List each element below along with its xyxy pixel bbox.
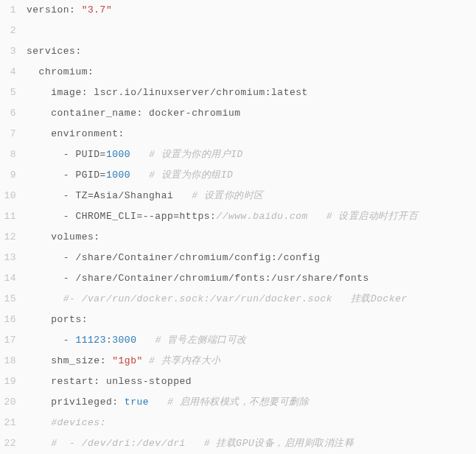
token-plain: - CHROME_CLI=--app=https: <box>27 211 216 222</box>
code-content: chromium: <box>27 62 476 83</box>
token-num: 11123 <box>75 335 106 346</box>
code-line: 6 container_name: docker-chromium <box>0 103 476 124</box>
code-editor: 1version: "3.7"23services:4 chromium:5 i… <box>0 0 476 454</box>
code-content: shm_size: "1gb" # 共享内存大小 <box>27 351 476 371</box>
code-content: - CHROME_CLI=--app=https://www.baidu.com… <box>27 206 476 227</box>
code-line: 11 - CHROME_CLI=--app=https://www.baidu.… <box>0 206 476 227</box>
line-number: 9 <box>0 165 27 186</box>
code-line: 2 <box>0 21 476 41</box>
code-content: restart: unless-stopped <box>27 371 476 392</box>
code-line: 17 - 11123:3000 # 冒号左侧端口可改 <box>0 330 476 351</box>
line-number: 14 <box>0 268 27 289</box>
token-plain: : <box>106 335 112 346</box>
token-plain <box>27 438 51 449</box>
code-content <box>27 21 476 41</box>
code-content: volumes: <box>27 227 476 248</box>
token-plain <box>27 397 51 408</box>
code-content: - 11123:3000 # 冒号左侧端口可改 <box>27 330 476 351</box>
line-number: 11 <box>0 206 27 227</box>
code-line: 19 restart: unless-stopped <box>0 371 476 392</box>
token-plain <box>27 314 51 325</box>
code-line: 18 shm_size: "1gb" # 共享内存大小 <box>0 351 476 371</box>
token-plain <box>27 66 39 77</box>
line-number: 7 <box>0 124 27 144</box>
token-num: 1000 <box>106 170 130 181</box>
code-line: 1version: "3.7" <box>0 0 476 21</box>
token-str: "3.7" <box>82 4 113 15</box>
token-comment: # - /dev/dri:/dev/dri # 挂载GPU设备，启用则取消注释 <box>51 438 354 449</box>
line-number: 18 <box>0 351 27 371</box>
code-content: version: "3.7" <box>27 0 476 21</box>
token-plain <box>27 355 51 366</box>
code-content: - TZ=Asia/Shanghai # 设置你的时区 <box>27 186 476 206</box>
line-number: 19 <box>0 371 27 392</box>
token-num: 1000 <box>106 149 130 160</box>
token-key: restart: unless-stopped <box>51 376 192 387</box>
token-plain <box>27 417 51 428</box>
token-str: "1gb" <box>112 355 143 366</box>
code-line: 7 environment: <box>0 124 476 144</box>
token-bool: true <box>125 397 149 408</box>
line-number: 5 <box>0 83 27 103</box>
line-number: 22 <box>0 433 27 454</box>
token-key: image: lscr.io/linuxserver/chromium:late… <box>51 87 308 98</box>
token-comment: #devices: <box>51 417 106 428</box>
token-plain <box>27 108 51 119</box>
token-key: version: <box>27 4 82 15</box>
line-number: 6 <box>0 103 27 124</box>
token-plain <box>27 231 51 242</box>
code-line: 10 - TZ=Asia/Shanghai # 设置你的时区 <box>0 186 476 206</box>
token-plain <box>27 376 51 387</box>
token-plain <box>130 149 149 160</box>
code-line: 16 ports: <box>0 310 476 330</box>
line-number: 20 <box>0 392 27 413</box>
token-key: ports: <box>51 314 88 325</box>
code-line: 20 privileged: true # 启用特权模式，不想要可删除 <box>0 392 476 413</box>
code-line: 5 image: lscr.io/linuxserver/chromium:la… <box>0 83 476 103</box>
token-comment: # 冒号左侧端口可改 <box>155 335 247 346</box>
line-number: 17 <box>0 330 27 351</box>
code-content: environment: <box>27 124 476 144</box>
token-plain <box>27 87 51 98</box>
line-number: 2 <box>0 21 27 41</box>
token-key: shm_size: <box>51 355 112 366</box>
token-comment: #- /var/run/docker.sock:/var/run/docker.… <box>63 293 407 304</box>
code-content: #devices: <box>27 413 476 433</box>
token-plain <box>130 170 149 181</box>
code-content: image: lscr.io/linuxserver/chromium:late… <box>27 83 476 103</box>
token-plain: - PGID= <box>27 170 106 181</box>
code-line: 21 #devices: <box>0 413 476 433</box>
code-line: 8 - PUID=1000 # 设置为你的用户ID <box>0 144 476 165</box>
line-number: 15 <box>0 289 27 310</box>
line-number: 12 <box>0 227 27 248</box>
token-plain <box>27 128 51 139</box>
code-line: 14 - /share/Container/chromium/fonts:/us… <box>0 268 476 289</box>
token-plain <box>143 355 149 366</box>
token-comment: # 设置为你的用户ID <box>149 149 243 160</box>
token-plain <box>27 293 63 304</box>
code-content: # - /dev/dri:/dev/dri # 挂载GPU设备，启用则取消注释 <box>27 433 476 454</box>
token-comment: # 启用特权模式，不想要可删除 <box>167 397 309 408</box>
token-key: volumes: <box>51 231 99 242</box>
token-comment: # 设置为你的组ID <box>149 170 233 181</box>
line-number: 10 <box>0 186 27 206</box>
token-key: container_name: docker-chromium <box>51 108 240 119</box>
token-key: environment: <box>51 128 125 139</box>
code-line: 12 volumes: <box>0 227 476 248</box>
code-content: services: <box>27 41 476 62</box>
token-key: services: <box>27 46 82 57</box>
code-content: - PUID=1000 # 设置为你的用户ID <box>27 144 476 165</box>
code-line: 4 chromium: <box>0 62 476 83</box>
code-line: 13 - /share/Container/chromium/config:/c… <box>0 248 476 268</box>
token-plain: - <box>27 335 75 346</box>
token-plain <box>149 397 167 408</box>
line-number: 3 <box>0 41 27 62</box>
line-number: 16 <box>0 310 27 330</box>
token-key: chromium: <box>39 66 94 77</box>
token-plain <box>136 335 155 346</box>
token-plain: - TZ=Asia/Shanghai <box>27 190 192 201</box>
code-content: ports: <box>27 310 476 330</box>
code-line: 9 - PGID=1000 # 设置为你的组ID <box>0 165 476 186</box>
code-content: #- /var/run/docker.sock:/var/run/docker.… <box>27 289 476 310</box>
code-line: 15 #- /var/run/docker.sock:/var/run/dock… <box>0 289 476 310</box>
